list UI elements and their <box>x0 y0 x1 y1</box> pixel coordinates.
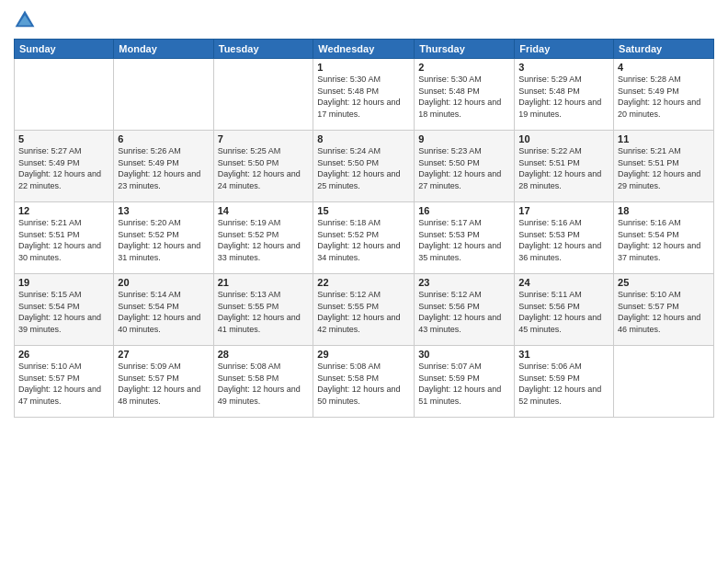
calendar-cell: 27Sunrise: 5:09 AMSunset: 5:57 PMDayligh… <box>114 346 213 418</box>
calendar-cell: 17Sunrise: 5:16 AMSunset: 5:53 PMDayligh… <box>515 202 614 274</box>
calendar-cell: 2Sunrise: 5:30 AMSunset: 5:48 PMDaylight… <box>415 59 515 131</box>
calendar-cell <box>114 59 213 131</box>
calendar-cell: 4Sunrise: 5:28 AMSunset: 5:49 PMDaylight… <box>614 59 714 131</box>
weekday-header: Saturday <box>614 40 714 59</box>
day-number: 13 <box>118 205 209 216</box>
day-number: 27 <box>118 349 209 360</box>
day-number: 7 <box>218 133 310 144</box>
calendar-cell: 21Sunrise: 5:13 AMSunset: 5:55 PMDayligh… <box>213 274 313 346</box>
calendar-cell: 12Sunrise: 5:21 AMSunset: 5:51 PMDayligh… <box>15 202 114 274</box>
day-number: 18 <box>618 205 710 216</box>
day-info: Sunrise: 5:26 AMSunset: 5:49 PMDaylight:… <box>118 145 209 191</box>
weekday-header: Wednesday <box>313 40 415 59</box>
day-info: Sunrise: 5:21 AMSunset: 5:51 PMDaylight:… <box>618 145 710 191</box>
day-info: Sunrise: 5:30 AMSunset: 5:48 PMDaylight:… <box>317 74 410 120</box>
calendar-cell: 1Sunrise: 5:30 AMSunset: 5:48 PMDaylight… <box>313 59 415 131</box>
header <box>14 9 714 31</box>
day-info: Sunrise: 5:30 AMSunset: 5:48 PMDaylight:… <box>418 74 510 120</box>
day-info: Sunrise: 5:18 AMSunset: 5:52 PMDaylight:… <box>317 217 410 263</box>
day-info: Sunrise: 5:10 AMSunset: 5:57 PMDaylight:… <box>618 289 710 335</box>
day-number: 26 <box>18 349 109 360</box>
day-info: Sunrise: 5:23 AMSunset: 5:50 PMDaylight:… <box>418 145 510 191</box>
day-info: Sunrise: 5:15 AMSunset: 5:54 PMDaylight:… <box>18 289 109 335</box>
day-info: Sunrise: 5:17 AMSunset: 5:53 PMDaylight:… <box>418 217 510 263</box>
day-number: 4 <box>618 62 710 73</box>
logo <box>14 9 40 31</box>
day-number: 29 <box>317 349 410 360</box>
day-number: 21 <box>218 277 310 288</box>
calendar-cell: 19Sunrise: 5:15 AMSunset: 5:54 PMDayligh… <box>15 274 114 346</box>
calendar-cell: 7Sunrise: 5:25 AMSunset: 5:50 PMDaylight… <box>213 131 313 202</box>
day-number: 23 <box>418 277 510 288</box>
calendar-cell: 20Sunrise: 5:14 AMSunset: 5:54 PMDayligh… <box>114 274 213 346</box>
day-number: 31 <box>518 349 609 360</box>
calendar-cell <box>15 59 114 131</box>
page: SundayMondayTuesdayWednesdayThursdayFrid… <box>0 0 728 563</box>
calendar-cell: 24Sunrise: 5:11 AMSunset: 5:56 PMDayligh… <box>515 274 614 346</box>
day-number: 17 <box>518 205 609 216</box>
weekday-header: Sunday <box>15 40 114 59</box>
day-number: 5 <box>18 133 109 144</box>
logo-icon <box>14 9 36 31</box>
weekday-header: Tuesday <box>213 40 313 59</box>
day-number: 14 <box>218 205 310 216</box>
day-number: 15 <box>317 205 410 216</box>
day-info: Sunrise: 5:09 AMSunset: 5:57 PMDaylight:… <box>118 361 209 407</box>
day-number: 12 <box>18 205 109 216</box>
day-info: Sunrise: 5:12 AMSunset: 5:56 PMDaylight:… <box>418 289 510 335</box>
calendar-cell: 3Sunrise: 5:29 AMSunset: 5:48 PMDaylight… <box>515 59 614 131</box>
calendar-cell: 16Sunrise: 5:17 AMSunset: 5:53 PMDayligh… <box>415 202 515 274</box>
day-info: Sunrise: 5:10 AMSunset: 5:57 PMDaylight:… <box>18 361 109 407</box>
day-number: 9 <box>418 133 510 144</box>
day-number: 19 <box>18 277 109 288</box>
day-info: Sunrise: 5:27 AMSunset: 5:49 PMDaylight:… <box>18 145 109 191</box>
calendar-cell: 6Sunrise: 5:26 AMSunset: 5:49 PMDaylight… <box>114 131 213 202</box>
calendar-cell: 18Sunrise: 5:16 AMSunset: 5:54 PMDayligh… <box>614 202 714 274</box>
calendar-cell: 29Sunrise: 5:08 AMSunset: 5:58 PMDayligh… <box>313 346 415 418</box>
day-info: Sunrise: 5:21 AMSunset: 5:51 PMDaylight:… <box>18 217 109 263</box>
day-info: Sunrise: 5:16 AMSunset: 5:54 PMDaylight:… <box>618 217 710 263</box>
day-info: Sunrise: 5:19 AMSunset: 5:52 PMDaylight:… <box>218 217 310 263</box>
day-number: 30 <box>418 349 510 360</box>
calendar-cell: 26Sunrise: 5:10 AMSunset: 5:57 PMDayligh… <box>15 346 114 418</box>
day-number: 6 <box>118 133 209 144</box>
calendar-cell: 5Sunrise: 5:27 AMSunset: 5:49 PMDaylight… <box>15 131 114 202</box>
calendar-cell: 30Sunrise: 5:07 AMSunset: 5:59 PMDayligh… <box>415 346 515 418</box>
day-info: Sunrise: 5:28 AMSunset: 5:49 PMDaylight:… <box>618 74 710 120</box>
calendar-cell: 13Sunrise: 5:20 AMSunset: 5:52 PMDayligh… <box>114 202 213 274</box>
day-info: Sunrise: 5:16 AMSunset: 5:53 PMDaylight:… <box>518 217 609 263</box>
day-number: 3 <box>518 62 609 73</box>
day-number: 20 <box>118 277 209 288</box>
calendar-cell: 14Sunrise: 5:19 AMSunset: 5:52 PMDayligh… <box>213 202 313 274</box>
day-number: 24 <box>518 277 609 288</box>
weekday-header: Monday <box>114 40 213 59</box>
weekday-header: Thursday <box>415 40 515 59</box>
calendar-cell: 28Sunrise: 5:08 AMSunset: 5:58 PMDayligh… <box>213 346 313 418</box>
calendar-cell: 10Sunrise: 5:22 AMSunset: 5:51 PMDayligh… <box>515 131 614 202</box>
day-info: Sunrise: 5:25 AMSunset: 5:50 PMDaylight:… <box>218 145 310 191</box>
calendar-cell <box>614 346 714 418</box>
day-info: Sunrise: 5:29 AMSunset: 5:48 PMDaylight:… <box>518 74 609 120</box>
day-info: Sunrise: 5:06 AMSunset: 5:59 PMDaylight:… <box>518 361 609 407</box>
day-info: Sunrise: 5:24 AMSunset: 5:50 PMDaylight:… <box>317 145 410 191</box>
calendar-cell <box>213 59 313 131</box>
calendar-cell: 31Sunrise: 5:06 AMSunset: 5:59 PMDayligh… <box>515 346 614 418</box>
day-info: Sunrise: 5:08 AMSunset: 5:58 PMDaylight:… <box>218 361 310 407</box>
day-number: 11 <box>618 133 710 144</box>
day-number: 1 <box>317 62 410 73</box>
calendar-cell: 23Sunrise: 5:12 AMSunset: 5:56 PMDayligh… <box>415 274 515 346</box>
calendar-cell: 15Sunrise: 5:18 AMSunset: 5:52 PMDayligh… <box>313 202 415 274</box>
day-info: Sunrise: 5:22 AMSunset: 5:51 PMDaylight:… <box>518 145 609 191</box>
day-number: 2 <box>418 62 510 73</box>
day-number: 16 <box>418 205 510 216</box>
day-info: Sunrise: 5:08 AMSunset: 5:58 PMDaylight:… <box>317 361 410 407</box>
calendar-table: SundayMondayTuesdayWednesdayThursdayFrid… <box>14 39 714 418</box>
calendar-cell: 9Sunrise: 5:23 AMSunset: 5:50 PMDaylight… <box>415 131 515 202</box>
calendar-cell: 22Sunrise: 5:12 AMSunset: 5:55 PMDayligh… <box>313 274 415 346</box>
day-info: Sunrise: 5:20 AMSunset: 5:52 PMDaylight:… <box>118 217 209 263</box>
day-number: 22 <box>317 277 410 288</box>
day-info: Sunrise: 5:12 AMSunset: 5:55 PMDaylight:… <box>317 289 410 335</box>
day-info: Sunrise: 5:13 AMSunset: 5:55 PMDaylight:… <box>218 289 310 335</box>
day-number: 28 <box>218 349 310 360</box>
day-info: Sunrise: 5:11 AMSunset: 5:56 PMDaylight:… <box>518 289 609 335</box>
